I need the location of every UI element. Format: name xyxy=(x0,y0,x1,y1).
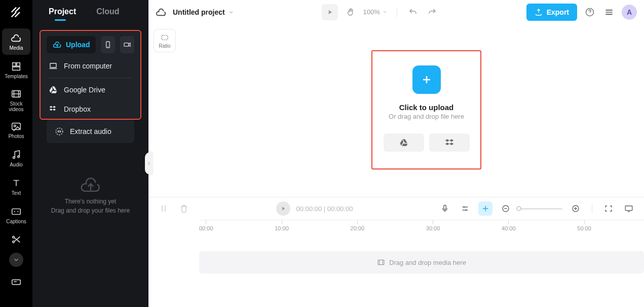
rail-label-media: Media xyxy=(9,45,23,51)
zoom-slider-handle[interactable] xyxy=(516,206,521,211)
menu-extract-audio-label: Extract audio xyxy=(70,127,111,135)
svg-rect-22 xyxy=(378,260,384,264)
menu-dropbox-label: Dropbox xyxy=(64,105,91,113)
tab-cloud[interactable]: Cloud xyxy=(96,7,119,16)
hand-tool-button[interactable] xyxy=(344,6,357,19)
menu-google-drive[interactable]: Google Drive xyxy=(41,80,140,99)
preview-play-button[interactable] xyxy=(322,4,338,20)
svg-point-10 xyxy=(13,241,15,243)
dropbox-icon xyxy=(444,138,454,148)
svg-point-5 xyxy=(14,125,16,127)
media-icon xyxy=(377,258,385,266)
ratio-button[interactable]: Ratio xyxy=(154,29,176,52)
tick-5: 50:00 xyxy=(577,225,591,231)
tick-3: 30:00 xyxy=(426,225,440,231)
redo-button[interactable] xyxy=(426,6,439,19)
zoom-display[interactable]: 100% xyxy=(363,8,388,16)
timeline-play-button[interactable] xyxy=(276,201,290,216)
menu-extract-audio[interactable]: Extract audio xyxy=(47,122,134,141)
cloud-icon xyxy=(156,7,167,18)
empty-line2: Drag and drop your files here xyxy=(51,207,130,214)
rail-item-stock-videos[interactable]: Stock videos xyxy=(2,85,30,115)
timeline-ruler[interactable]: 00:00 10:00 20:00 30:00 40:00 50:00 xyxy=(199,220,644,234)
upload-button[interactable]: Upload xyxy=(47,36,96,53)
google-drive-icon xyxy=(399,138,408,147)
rail-item-photos[interactable]: Photos xyxy=(2,117,30,143)
project-title-text: Untitled project xyxy=(173,8,225,16)
snap-button[interactable] xyxy=(478,201,493,216)
rail-item-templates[interactable]: Templates xyxy=(2,57,30,83)
avatar-letter: A xyxy=(627,8,632,16)
tick-1: 10:00 xyxy=(275,225,289,231)
svg-rect-17 xyxy=(162,35,168,40)
upload-phone-button[interactable] xyxy=(101,36,115,53)
export-button[interactable]: Export xyxy=(526,4,577,21)
settings-button[interactable] xyxy=(458,201,472,216)
rail-item-cut[interactable] xyxy=(2,230,30,249)
stage-google-drive-button[interactable] xyxy=(384,133,424,152)
export-label: Export xyxy=(547,8,569,16)
timeline-drop-label: Drag and drop media here xyxy=(389,259,466,266)
upload-subtitle: Or drag and drop file here xyxy=(389,113,464,120)
rail-item-bottom[interactable] xyxy=(2,273,30,291)
tick-4: 40:00 xyxy=(502,225,516,231)
rail-label-photos: Photos xyxy=(8,133,24,139)
display-button[interactable] xyxy=(622,201,636,216)
stage-upload-card: Click to upload Or drag and drop file he… xyxy=(371,50,481,169)
menu-dropbox[interactable]: Dropbox xyxy=(41,99,140,119)
stage-dropbox-button[interactable] xyxy=(429,133,470,152)
menu-divider xyxy=(48,78,133,78)
timeline-timecode: 00:00:00 | 00:00:00 xyxy=(296,205,353,213)
rail-item-audio[interactable]: Audio xyxy=(2,145,30,172)
extract-audio-icon xyxy=(55,127,64,136)
timeline-dropzone[interactable]: Drag and drop media here xyxy=(199,251,644,274)
upload-plus-button[interactable] xyxy=(412,65,441,94)
svg-point-7 xyxy=(18,156,20,158)
zoom-out-button[interactable] xyxy=(499,201,513,216)
upload-camera-button[interactable] xyxy=(120,36,134,53)
rail-more-button[interactable] xyxy=(9,253,23,267)
timeline: 00:00:00 | 00:00:00 xyxy=(148,197,644,307)
zoom-value: 100% xyxy=(363,8,380,16)
svg-rect-1 xyxy=(17,63,20,66)
left-rail: Media Templates Stock videos Photos Audi… xyxy=(0,0,32,307)
menu-from-computer-label: From computer xyxy=(64,62,112,70)
svg-rect-14 xyxy=(50,63,56,67)
rail-item-text[interactable]: Text xyxy=(2,174,30,200)
svg-point-15 xyxy=(56,128,63,135)
menu-from-computer[interactable]: From computer xyxy=(41,56,140,76)
zoom-slider[interactable] xyxy=(519,208,562,210)
mic-button[interactable] xyxy=(438,201,452,216)
chevron-down-icon xyxy=(228,9,234,15)
empty-line1: There's nothing yet xyxy=(65,198,117,205)
dropbox-icon xyxy=(49,105,58,114)
upload-title: Click to upload xyxy=(399,103,454,112)
rail-item-captions[interactable]: Captions xyxy=(2,202,30,228)
rail-label-stock-videos: Stock videos xyxy=(2,101,30,112)
zoom-in-button[interactable] xyxy=(569,201,583,216)
delete-button[interactable] xyxy=(177,201,191,216)
svg-rect-0 xyxy=(13,63,16,66)
rail-label-templates: Templates xyxy=(5,74,28,79)
rail-item-media[interactable]: Media xyxy=(2,28,30,55)
help-button[interactable] xyxy=(583,6,596,19)
tab-underline xyxy=(55,19,66,21)
tab-project[interactable]: Project xyxy=(49,7,76,16)
tick-0: 00:00 xyxy=(199,225,213,231)
upload-menu-highlight: Upload From computer Google Driv xyxy=(40,30,141,120)
project-title[interactable]: Untitled project xyxy=(173,8,234,16)
svg-point-9 xyxy=(13,236,15,238)
empty-dropzone[interactable]: There's nothing yet Drag and drop your f… xyxy=(32,143,148,307)
rail-label-audio: Audio xyxy=(10,162,23,167)
panel-collapse-handle[interactable] xyxy=(145,152,153,175)
menu-button[interactable] xyxy=(602,6,616,19)
split-button[interactable] xyxy=(157,201,171,216)
fit-button[interactable] xyxy=(601,201,616,216)
chevron-down-icon xyxy=(382,9,388,15)
undo-button[interactable] xyxy=(406,6,420,19)
stage: Click to upload Or drag and drop file he… xyxy=(179,24,644,197)
avatar[interactable]: A xyxy=(622,5,637,20)
svg-rect-21 xyxy=(625,206,632,211)
menu-google-drive-label: Google Drive xyxy=(64,86,105,94)
upload-button-label: Upload xyxy=(66,41,90,49)
